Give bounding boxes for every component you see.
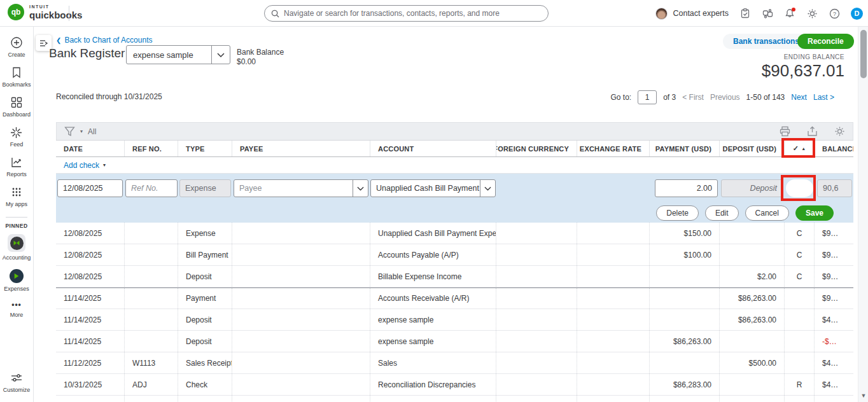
column-header-payee[interactable]: PAYEE: [232, 141, 370, 156]
table-row[interactable]: 12/08/2025 Deposit Billable Expense Inco…: [56, 266, 853, 288]
sidebar-item-more[interactable]: ••• More: [10, 300, 24, 318]
edit-payment-input[interactable]: [655, 179, 718, 197]
table-row[interactable]: 11/14/2025 Deposit expense sample $86,26…: [56, 309, 853, 331]
table-row[interactable]: 12/08/2025 Expense Unapplied Cash Bill P…: [56, 223, 853, 244]
export-icon[interactable]: [807, 126, 818, 137]
tasks-icon[interactable]: [739, 8, 751, 19]
edit-payee-dropdown[interactable]: Payee: [234, 179, 368, 197]
column-header-foreign-currency[interactable]: FOREIGN CURRENCY: [496, 141, 577, 156]
table-header-row: DATE REF NO. TYPE PAYEE ACCOUNT FOREIGN …: [56, 140, 853, 157]
cell-deposit: [720, 374, 785, 395]
cell-date: 12/08/2025: [56, 223, 125, 244]
cell-ref-no: [125, 309, 178, 330]
bank-transactions-button[interactable]: Bank transactions: [723, 34, 809, 49]
sidebar-item-customize[interactable]: Customize: [3, 371, 31, 393]
cell-type: Deposit: [178, 331, 232, 352]
settings-gear-icon[interactable]: [806, 8, 818, 19]
cell-ref-no: [125, 223, 178, 244]
sidebar-divider: [6, 217, 27, 218]
cell-date: 10/31/2025: [56, 374, 125, 395]
add-check-label[interactable]: Add check: [64, 161, 99, 170]
global-search-input[interactable]: Navigate or search for transactions, con…: [264, 5, 549, 22]
table-row[interactable]: 11/12/2025 W1113 Sales Receipt Sales $50…: [56, 352, 853, 374]
cell-type: Payment: [178, 288, 232, 308]
scrollbar-down-arrow-icon[interactable]: ▼: [858, 392, 868, 399]
save-button[interactable]: Save: [795, 205, 834, 221]
table-row[interactable]: 10/31/2025 ADJ Check Reconciliation Disc…: [56, 374, 853, 396]
column-header-date[interactable]: DATE: [56, 141, 125, 156]
column-header-reconcile-status[interactable]: ✓ ▲: [785, 141, 815, 156]
sidebar-item-create[interactable]: Create: [8, 36, 25, 58]
table-settings-gear-icon[interactable]: [834, 126, 845, 137]
check-icon: ✓: [793, 144, 799, 153]
cell-type: Deposit: [178, 309, 232, 330]
cancel-button[interactable]: Cancel: [745, 205, 789, 221]
of-pages-label: of 3: [663, 93, 676, 102]
last-page-link[interactable]: Last >: [813, 93, 834, 102]
cell-reconcile-status: C: [785, 223, 815, 244]
sidebar-item-accounting[interactable]: Accounting: [3, 234, 31, 261]
apps-workflows-icon[interactable]: [762, 8, 773, 19]
print-icon[interactable]: [780, 126, 790, 137]
contact-experts-button[interactable]: Contact experts: [655, 8, 729, 20]
column-header-payment[interactable]: PAYMENT (USD): [650, 141, 720, 156]
cell-exchange-rate: [577, 288, 650, 308]
sidebar-item-feed[interactable]: Feed: [10, 126, 24, 148]
user-avatar[interactable]: D: [851, 8, 863, 20]
cell-reconcile-status: C: [785, 244, 815, 265]
first-page-link[interactable]: < First: [682, 93, 704, 102]
column-header-ref-no[interactable]: REF NO.: [125, 141, 178, 156]
scrollbar-thumb[interactable]: [860, 30, 867, 78]
add-check-caret-icon[interactable]: ▾: [103, 162, 106, 168]
cell-balance: $4…: [815, 352, 853, 373]
column-header-deposit[interactable]: DEPOSIT (USD): [720, 141, 785, 156]
edit-reconcile-status-cell[interactable]: [786, 179, 813, 197]
svg-text:?: ?: [832, 10, 836, 17]
cell-foreign-currency: [496, 309, 577, 330]
notifications-bell-icon[interactable]: [784, 8, 795, 19]
column-header-balance[interactable]: BALANCE: [815, 141, 853, 156]
filter-caret-icon[interactable]: ▾: [80, 128, 83, 134]
cell-deposit: $2.00: [720, 266, 785, 287]
search-icon: [271, 10, 279, 18]
help-icon[interactable]: ?: [829, 8, 840, 19]
edit-account-dropdown[interactable]: Unapplied Cash Bill Payment E: [370, 179, 496, 197]
column-header-type[interactable]: TYPE: [178, 141, 232, 156]
sidebar-item-dashboard[interactable]: Dashboard: [3, 96, 31, 118]
reconcile-button[interactable]: Reconcile: [797, 34, 854, 49]
previous-page-link[interactable]: Previous: [710, 93, 740, 102]
cell-reconcile-status: [785, 352, 815, 373]
account-value: Unapplied Cash Bill Payment E: [371, 184, 480, 193]
quickbooks-logo[interactable]: qb INTUIT quickbooks: [8, 4, 82, 20]
cell-foreign-currency: [496, 266, 577, 287]
cell-foreign-currency: [496, 331, 577, 352]
edit-date-input[interactable]: [57, 179, 123, 197]
vertical-scrollbar[interactable]: ▼: [858, 27, 868, 402]
sidebar-item-expenses[interactable]: Expenses: [4, 269, 29, 292]
table-row[interactable]: 11/14/2025 Deposit expense sample $86,26…: [56, 331, 853, 352]
edit-button[interactable]: Edit: [705, 205, 739, 221]
filter-funnel-icon[interactable]: [64, 126, 75, 137]
sidebar-item-reports[interactable]: Reports: [6, 156, 27, 177]
table-row[interactable]: 12/08/2025 Bill Payment Accounts Payable…: [56, 244, 853, 266]
table-row-partial: [56, 396, 853, 402]
edit-ref-no-input[interactable]: [125, 179, 178, 197]
back-to-chart-of-accounts-link[interactable]: ❮ Back to Chart of Accounts: [56, 36, 152, 45]
table-row[interactable]: 11/14/2025 Payment Accounts Receivable (…: [56, 288, 853, 309]
add-transaction-row[interactable]: Add check ▾: [56, 157, 853, 174]
account-selector-value: expense sample: [127, 50, 211, 60]
delete-button[interactable]: Delete: [656, 205, 699, 221]
sidebar-item-bookmarks[interactable]: Bookmarks: [2, 66, 31, 88]
cell-balance: $4…: [815, 309, 853, 330]
cell-payee: [232, 374, 370, 395]
cell-foreign-currency: [496, 352, 577, 373]
account-selector-dropdown[interactable]: expense sample: [126, 45, 230, 64]
next-page-link[interactable]: Next: [791, 93, 807, 102]
sidebar-item-my-apps[interactable]: My apps: [6, 186, 27, 207]
cell-type: Deposit: [178, 266, 232, 287]
go-to-page-input[interactable]: [638, 90, 657, 104]
column-header-account[interactable]: ACCOUNT: [370, 141, 496, 156]
cell-deposit: $500.00: [720, 352, 785, 373]
cell-payment: $86,283.00: [650, 374, 720, 395]
column-header-exchange-rate[interactable]: EXCHANGE RATE: [577, 141, 650, 156]
